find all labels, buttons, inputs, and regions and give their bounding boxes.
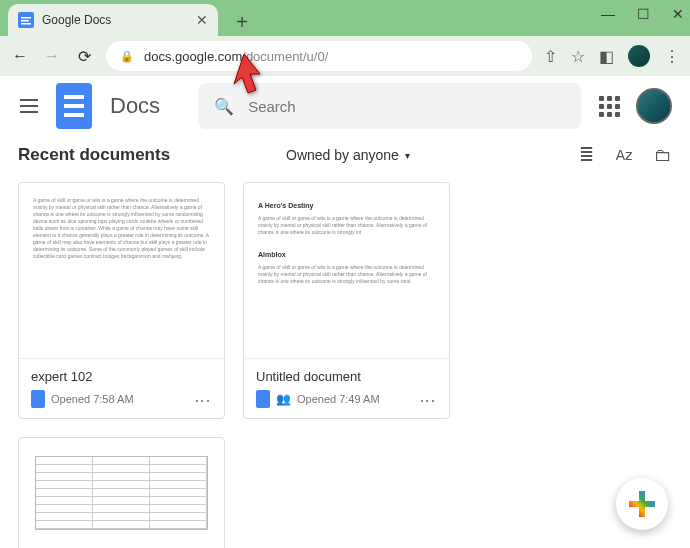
svg-marker-0 xyxy=(234,54,260,93)
share-icon[interactable]: ⇧ xyxy=(544,47,557,66)
list-view-icon[interactable]: ≣ xyxy=(579,144,594,166)
chevron-down-icon: ▾ xyxy=(405,150,410,161)
address-bar[interactable]: 🔒 docs.google.com/document/u/0/ xyxy=(106,41,532,71)
document-card[interactable]: A Hero's DestinyA game of skill or game … xyxy=(243,182,450,419)
close-window-button[interactable]: ✕ xyxy=(672,6,684,22)
back-button[interactable]: ← xyxy=(10,47,30,65)
doc-type-icon xyxy=(31,390,45,408)
main-menu-button[interactable] xyxy=(20,99,38,113)
docs-favicon xyxy=(18,12,34,28)
browser-tab[interactable]: Google Docs ✕ xyxy=(8,4,218,36)
opened-time: Opened 7:58 AM xyxy=(51,393,187,405)
folder-icon[interactable]: 🗀 xyxy=(654,145,672,166)
browser-menu-icon[interactable]: ⋮ xyxy=(664,47,680,66)
new-document-fab[interactable] xyxy=(616,478,668,530)
maximize-button[interactable]: ☐ xyxy=(637,6,650,22)
opened-time: Opened 7:49 AM xyxy=(297,393,412,405)
search-input[interactable] xyxy=(248,98,565,115)
plus-icon xyxy=(629,491,655,517)
document-card[interactable]: Sample TableOpened Jun 11, 2022⋮ xyxy=(18,437,225,548)
more-options-icon[interactable]: ⋮ xyxy=(193,393,212,406)
profile-avatar[interactable] xyxy=(628,45,650,67)
docs-logo-icon[interactable] xyxy=(56,83,92,129)
extension-icon[interactable]: ◧ xyxy=(599,47,614,66)
cursor-arrow-icon xyxy=(226,54,262,102)
close-tab-icon[interactable]: ✕ xyxy=(196,12,208,28)
sort-az-icon[interactable]: Aᴢ xyxy=(616,147,632,163)
account-avatar[interactable] xyxy=(636,88,672,124)
doc-type-icon xyxy=(256,390,270,408)
reload-button[interactable]: ⟳ xyxy=(74,47,94,66)
forward-button[interactable]: → xyxy=(42,47,62,65)
owned-by-dropdown[interactable]: Owned by anyone ▾ xyxy=(286,147,410,163)
shared-icon: 👥 xyxy=(276,392,291,406)
app-name: Docs xyxy=(110,93,160,119)
document-card[interactable]: A game of skill or game of wits is a gam… xyxy=(18,182,225,419)
doc-title: Untitled document xyxy=(256,369,437,384)
lock-icon[interactable]: 🔒 xyxy=(120,50,134,63)
more-options-icon[interactable]: ⋮ xyxy=(418,393,437,406)
bookmark-star-icon[interactable]: ☆ xyxy=(571,47,585,66)
new-tab-button[interactable]: + xyxy=(228,8,256,36)
minimize-button[interactable]: — xyxy=(601,6,615,22)
tab-title: Google Docs xyxy=(42,13,188,27)
recent-heading: Recent documents xyxy=(18,145,228,165)
doc-title: expert 102 xyxy=(31,369,212,384)
apps-grid-icon[interactable] xyxy=(599,96,620,117)
